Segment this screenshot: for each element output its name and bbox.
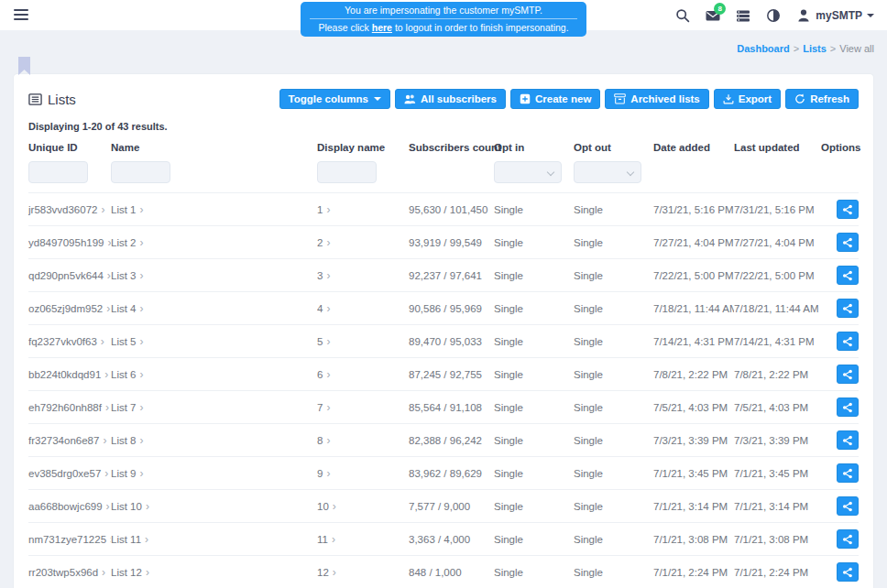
display-name-link[interactable]: 1› <box>317 204 330 215</box>
bookmark-ribbon-icon[interactable] <box>18 57 30 75</box>
options-button[interactable] <box>837 430 859 450</box>
create-new-button[interactable]: Create new <box>510 89 600 109</box>
display-name-link[interactable]: 8› <box>317 435 330 446</box>
list-name-link[interactable]: List 9› <box>111 468 144 479</box>
unique-id-link[interactable]: qd290pn5vk644› <box>28 270 111 281</box>
share-icon <box>842 435 853 446</box>
opt-in-filter-select[interactable] <box>494 161 562 183</box>
display-name-link[interactable]: 4› <box>317 303 330 314</box>
col-header-date-added[interactable]: Date added <box>653 135 734 161</box>
list-name-link[interactable]: List 6› <box>111 369 144 380</box>
menu-icon[interactable] <box>14 9 28 23</box>
logout-link[interactable]: here <box>372 22 392 33</box>
server-icon[interactable] <box>736 8 750 23</box>
list-name-link[interactable]: List 8› <box>111 435 144 446</box>
results-summary: Displaying 1-20 of 43 results. <box>28 121 859 132</box>
banner-line2-prefix: Please click <box>318 22 371 33</box>
unique-id-link[interactable]: yd8497095h199› <box>28 237 111 248</box>
subscribers-count-value: 93,919 / 99,549 <box>409 226 494 259</box>
list-name-link[interactable]: List 2› <box>111 237 144 248</box>
chevron-right-icon: › <box>326 335 330 348</box>
chevron-right-icon: › <box>105 401 109 414</box>
opt-out-filter-select[interactable] <box>574 161 641 183</box>
display-name-filter-input[interactable] <box>317 161 377 183</box>
unique-id-link[interactable]: rr203twp5x96d› <box>28 567 105 578</box>
options-button[interactable] <box>837 365 859 384</box>
table-row: jr583vvd36072› List 1› 1› 95,630 / 101,4… <box>28 193 859 226</box>
col-header-opt-in[interactable]: Opt in <box>494 135 574 161</box>
filter-row <box>28 161 859 193</box>
list-name-link[interactable]: List 1› <box>111 204 144 215</box>
last-updated-value: 7/8/21, 2:22 PM <box>734 358 821 391</box>
refresh-button[interactable]: Refresh <box>785 89 859 109</box>
display-name-link[interactable]: 2› <box>317 237 330 248</box>
unique-id-link[interactable]: eh792h60nh88f› <box>28 402 109 413</box>
options-button[interactable] <box>837 397 859 417</box>
options-button[interactable] <box>837 299 859 318</box>
unique-id-link[interactable]: ev385drg0xe57› <box>28 468 108 479</box>
archived-lists-button[interactable]: Archived lists <box>605 89 708 109</box>
share-icon <box>842 534 853 545</box>
display-name-link[interactable]: 11› <box>317 534 335 545</box>
list-name-link[interactable]: List 12› <box>111 567 149 578</box>
options-button[interactable] <box>837 529 859 549</box>
all-subscribers-label: All subscribers <box>421 93 497 104</box>
unique-id-link[interactable]: fr32734on6e87› <box>28 435 106 446</box>
chevron-right-icon: › <box>140 434 144 447</box>
unique-id-filter-input[interactable] <box>28 161 88 183</box>
options-button[interactable] <box>837 266 859 285</box>
name-filter-input[interactable] <box>111 161 170 183</box>
unique-id-link[interactable]: nm731zye71225› <box>28 534 111 545</box>
opt-out-value: Single <box>574 292 653 325</box>
options-button[interactable] <box>837 463 859 483</box>
display-name-link[interactable]: 5› <box>317 336 330 347</box>
unique-id-link[interactable]: fq2327vkv0f63› <box>28 336 104 347</box>
display-name-link[interactable]: 10› <box>317 501 336 512</box>
col-header-display-name[interactable]: Display name <box>317 135 409 161</box>
options-button[interactable] <box>837 233 859 252</box>
col-header-opt-out[interactable]: Opt out <box>574 135 653 161</box>
list-name-link[interactable]: List 10› <box>111 501 149 512</box>
chevron-right-icon: › <box>101 203 104 216</box>
list-name-link[interactable]: List 5› <box>111 336 144 347</box>
export-button[interactable]: Export <box>714 89 781 109</box>
options-button[interactable] <box>837 332 859 351</box>
options-button[interactable] <box>837 200 859 219</box>
contrast-icon[interactable] <box>766 8 781 23</box>
chevron-right-icon: › <box>326 269 330 282</box>
display-name-link[interactable]: 9› <box>317 468 330 479</box>
display-name-link[interactable]: 7› <box>317 402 330 413</box>
unique-id-link[interactable]: aa668bowjc699› <box>28 501 110 512</box>
breadcrumb-lists[interactable]: Lists <box>803 43 827 54</box>
opt-out-value: Single <box>574 424 653 457</box>
display-name-link[interactable]: 6› <box>317 369 330 380</box>
opt-in-value: Single <box>494 259 574 292</box>
col-header-subscribers-count[interactable]: Subscribers count <box>409 135 494 161</box>
user-menu[interactable]: mySMTP <box>796 8 874 23</box>
col-header-unique-id[interactable]: Unique ID <box>28 135 111 161</box>
options-button[interactable] <box>837 562 859 582</box>
list-name-link[interactable]: List 3› <box>111 270 144 281</box>
mail-icon[interactable]: 8 <box>706 8 720 23</box>
chevron-right-icon: › <box>102 566 105 579</box>
options-button[interactable] <box>837 496 859 516</box>
col-header-name[interactable]: Name <box>111 135 317 161</box>
list-name-link[interactable]: List 4› <box>111 303 144 314</box>
all-subscribers-button[interactable]: All subscribers <box>395 89 506 109</box>
unique-id-link[interactable]: jr583vvd36072› <box>28 204 104 215</box>
lists-card: Lists Toggle columns All subscribers <box>13 73 874 588</box>
unique-id-link[interactable]: bb224t0kdqd91› <box>28 369 108 380</box>
chevron-right-icon: › <box>140 467 144 480</box>
chevron-right-icon: › <box>103 434 106 447</box>
display-name-link[interactable]: 3› <box>317 270 330 281</box>
breadcrumb-dashboard[interactable]: Dashboard <box>737 43 789 54</box>
opt-out-value: Single <box>574 457 653 490</box>
unique-id-link[interactable]: oz065zj9dm952› <box>28 303 110 314</box>
display-name-link[interactable]: 12› <box>317 567 336 578</box>
list-name-link[interactable]: List 11› <box>111 534 148 545</box>
col-header-last-updated[interactable]: Last updated <box>734 135 821 161</box>
last-updated-value: 7/18/21, 11:44 AM <box>734 292 821 325</box>
list-name-link[interactable]: List 7› <box>111 402 144 413</box>
search-icon[interactable] <box>675 8 690 23</box>
toggle-columns-button[interactable]: Toggle columns <box>279 89 390 109</box>
